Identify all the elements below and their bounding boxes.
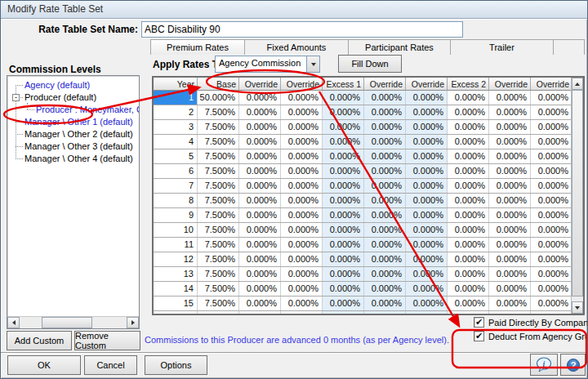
grid-year-cell[interactable]: 8: [154, 194, 198, 207]
grid-cell[interactable]: 0.000%: [406, 223, 448, 237]
grid-cell[interactable]: 0.000%: [364, 179, 406, 193]
grid-year-cell[interactable]: 7: [154, 179, 198, 193]
grid-year-cell[interactable]: 11: [154, 238, 198, 252]
grid-cell[interactable]: 0.000%: [323, 135, 364, 149]
grid-cell[interactable]: 0.000%: [531, 135, 571, 149]
grid-cell[interactable]: 0.000%: [406, 238, 448, 252]
grid-cell[interactable]: 0.000%: [406, 135, 448, 149]
grid-cell[interactable]: 0.000%: [281, 194, 323, 207]
grid-cell[interactable]: 0.000%: [239, 223, 281, 237]
grid-cell[interactable]: 0.000%: [489, 135, 531, 149]
collapse-icon[interactable]: -: [12, 94, 20, 101]
grid-vertical-scrollbar[interactable]: [571, 78, 583, 314]
grid-cell[interactable]: 0.000%: [323, 179, 364, 193]
tree-item-manager-other-2-default[interactable]: Manager \ Other 2 (default): [11, 128, 139, 140]
grid-cell[interactable]: 0.000%: [323, 91, 364, 105]
fill-down-button[interactable]: Fill Down: [338, 55, 402, 73]
grid-year-cell[interactable]: 6: [154, 164, 198, 178]
tree-item-manager-other-3-default[interactable]: Manager \ Other 3 (default): [11, 140, 139, 153]
grid-cell[interactable]: 0.000%: [281, 282, 323, 296]
grid-cell[interactable]: 0.000%: [364, 91, 406, 105]
tab-participant-rates[interactable]: Participant Rates: [349, 40, 451, 55]
grid-cell[interactable]: 0.000%: [531, 120, 571, 134]
grid-cell[interactable]: 0.000%: [323, 194, 364, 207]
grid-cell[interactable]: 0.000%: [406, 267, 448, 281]
grid-cell[interactable]: 7.500%: [198, 267, 239, 281]
grid-cell[interactable]: 0.000%: [364, 149, 406, 163]
grid-year-cell[interactable]: 5: [154, 149, 198, 163]
grid-cell[interactable]: 0.000%: [323, 164, 364, 178]
grid-cell[interactable]: 0.000%: [489, 164, 531, 178]
grid-cell[interactable]: 0.000%: [239, 238, 281, 252]
grid-year-cell[interactable]: 2: [154, 105, 198, 119]
grid-cell[interactable]: 0.000%: [448, 179, 489, 193]
grid-cell[interactable]: 0.000%: [531, 164, 571, 178]
grid-cell[interactable]: 0.000%: [489, 194, 531, 207]
grid-cell[interactable]: 0.000%: [281, 297, 323, 310]
grid-cell[interactable]: 0.000%: [489, 223, 531, 237]
tree-item-producer-moneymaker-c[interactable]: Producer : Moneymaker, C: [11, 104, 139, 116]
scrollbar-thumb[interactable]: [572, 90, 583, 297]
grid-cell[interactable]: 0.000%: [531, 238, 571, 252]
grid-year-cell[interactable]: 14: [154, 282, 198, 296]
ok-button[interactable]: OK: [7, 355, 81, 375]
grid-cell[interactable]: 0.000%: [323, 208, 364, 222]
grid-year-cell[interactable]: 15: [154, 297, 198, 310]
grid-cell[interactable]: 0.000%: [323, 105, 364, 119]
grid-cell[interactable]: 0.000%: [406, 164, 448, 178]
grid-cell[interactable]: 0.000%: [406, 91, 448, 105]
grid-year-cell[interactable]: 1: [154, 91, 198, 105]
grid-cell[interactable]: 0.000%: [239, 179, 281, 193]
grid-cell[interactable]: 0.000%: [406, 208, 448, 222]
scroll-down-button[interactable]: [572, 301, 583, 314]
grid-cell[interactable]: 0.000%: [531, 223, 571, 237]
grid-cell[interactable]: 0.000%: [323, 149, 364, 163]
grid-cell[interactable]: 0.000%: [364, 208, 406, 222]
grid-cell[interactable]: 0.000%: [531, 252, 571, 266]
grid-cell[interactable]: 0.000%: [489, 208, 531, 222]
grid-cell[interactable]: 0.000%: [531, 267, 571, 281]
grid-cell[interactable]: 0.000%: [489, 238, 531, 252]
grid-cell[interactable]: 0.000%: [489, 252, 531, 266]
grid-cell[interactable]: 0.000%: [239, 194, 281, 207]
help-button[interactable]: ?: [560, 354, 586, 376]
add-custom-button[interactable]: Add Custom: [7, 331, 72, 350]
grid-cell[interactable]: 0.000%: [323, 252, 364, 266]
grid-cell[interactable]: 0.000%: [364, 311, 406, 314]
grid-cell[interactable]: 0.000%: [281, 223, 323, 237]
grid-cell[interactable]: 7.500%: [198, 252, 239, 266]
grid-cell[interactable]: 7.500%: [198, 149, 239, 163]
grid-cell[interactable]: 0.000%: [531, 282, 571, 296]
grid-cell[interactable]: 0.000%: [239, 91, 281, 105]
grid-cell[interactable]: 0.000%: [531, 311, 571, 314]
grid-cell[interactable]: 0.000%: [406, 120, 448, 134]
cancel-button[interactable]: Cancel: [84, 355, 137, 375]
info-button[interactable]: i: [530, 354, 558, 376]
grid-cell[interactable]: 0.000%: [281, 120, 323, 134]
grid-year-cell[interactable]: 3: [154, 120, 198, 134]
grid-year-cell[interactable]: 13: [154, 267, 198, 281]
grid-cell[interactable]: 0.000%: [364, 267, 406, 281]
grid-cell[interactable]: 0.000%: [489, 120, 531, 134]
grid-cell[interactable]: 0.000%: [323, 120, 364, 134]
grid-year-cell[interactable]: 16: [154, 311, 198, 314]
grid-cell[interactable]: 0.000%: [323, 267, 364, 281]
grid-cell[interactable]: 0.000%: [531, 105, 571, 119]
grid-cell[interactable]: 0.000%: [239, 311, 281, 314]
options-button[interactable]: Options: [145, 355, 207, 375]
grid-cell[interactable]: 0.000%: [364, 238, 406, 252]
grid-cell[interactable]: 0.000%: [448, 120, 489, 134]
grid-cell[interactable]: 0.000%: [281, 164, 323, 178]
grid-cell[interactable]: 0.000%: [364, 223, 406, 237]
grid-cell[interactable]: 0.000%: [448, 149, 489, 163]
grid-cell[interactable]: 0.000%: [406, 149, 448, 163]
grid-cell[interactable]: 0.000%: [239, 297, 281, 310]
grid-cell[interactable]: 0.000%: [281, 208, 323, 222]
grid-year-cell[interactable]: 9: [154, 208, 198, 222]
grid-cell[interactable]: 0.000%: [281, 179, 323, 193]
grid-cell[interactable]: 0.000%: [531, 297, 571, 310]
grid-cell[interactable]: 0.000%: [323, 223, 364, 237]
grid-cell[interactable]: 0.000%: [364, 297, 406, 310]
grid-cell[interactable]: 7.500%: [198, 311, 239, 314]
paid-directly-by-company-checkbox[interactable]: ✔: [474, 317, 484, 328]
